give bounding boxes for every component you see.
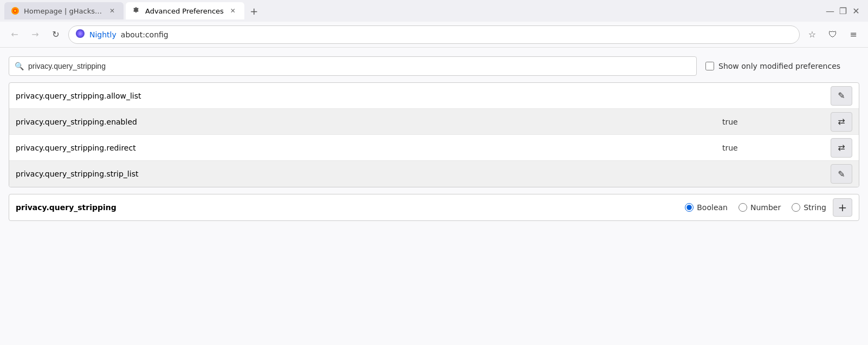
reload-icon: ↻ bbox=[52, 29, 59, 40]
pref-toggle-button-enabled[interactable]: ⇄ bbox=[831, 112, 852, 132]
radio-boolean-label: Boolean bbox=[697, 203, 728, 212]
pref-edit-button-strip-list[interactable]: ✎ bbox=[831, 164, 852, 184]
search-row: 🔍 Show only modified preferences bbox=[9, 56, 859, 76]
pref-value-redirect: true bbox=[722, 144, 831, 152]
bookmark-button[interactable]: ☆ bbox=[804, 27, 820, 43]
back-button[interactable]: ← bbox=[7, 27, 23, 43]
toggle-icon-redirect: ⇄ bbox=[838, 142, 845, 153]
browser-name: Nightly bbox=[89, 30, 116, 39]
pref-value-enabled: true bbox=[722, 118, 831, 126]
tab-homepage-label: Homepage | gHacks Technolog... bbox=[24, 7, 103, 15]
edit-icon-strip: ✎ bbox=[838, 169, 845, 179]
pref-name-redirect: privacy.query_stripping.redirect bbox=[16, 144, 722, 152]
radio-string-input[interactable] bbox=[792, 203, 800, 212]
add-preference-row: privacy.query_stripping Boolean Number S… bbox=[9, 194, 859, 221]
pref-row-redirect[interactable]: privacy.query_stripping.redirect true ⇄ bbox=[9, 135, 859, 161]
back-icon: ← bbox=[11, 29, 18, 40]
radio-number-label: Number bbox=[750, 203, 781, 212]
reload-button[interactable]: ↻ bbox=[48, 27, 64, 43]
forward-icon: → bbox=[31, 29, 38, 40]
edit-icon: ✎ bbox=[838, 90, 845, 101]
shield-icon: 🛡 bbox=[828, 29, 837, 40]
radio-number-input[interactable] bbox=[739, 203, 747, 212]
tab-advanced-prefs-close[interactable]: ✕ bbox=[228, 6, 238, 16]
add-preference-button[interactable]: + bbox=[833, 198, 852, 217]
modified-only-label: Show only modified preferences bbox=[718, 62, 840, 70]
firefox-tab-icon bbox=[11, 6, 20, 15]
search-icon: 🔍 bbox=[15, 62, 24, 70]
tab-homepage[interactable]: Homepage | gHacks Technolog... ✕ bbox=[4, 2, 124, 19]
maximize-button[interactable]: ❐ bbox=[840, 8, 846, 14]
menu-icon: ≡ bbox=[850, 29, 857, 40]
radio-string-label: String bbox=[804, 203, 826, 212]
svg-point-5 bbox=[79, 32, 81, 35]
pref-row-allow-list[interactable]: privacy.query_stripping.allow_list ✎ bbox=[9, 83, 859, 109]
radio-string[interactable]: String bbox=[792, 203, 826, 212]
pref-name-enabled-text: privacy.query_stripping.enabled bbox=[16, 118, 137, 126]
add-pref-name: privacy.query_stripping bbox=[16, 203, 685, 212]
title-bar: Homepage | gHacks Technolog... ✕ Advance… bbox=[0, 0, 868, 22]
pref-name-allow-list: privacy.query_stripping.allow_list bbox=[16, 92, 722, 100]
close-button[interactable]: ✕ bbox=[853, 8, 859, 14]
pref-row-enabled[interactable]: privacy.query_stripping.enabled true ⇄ bbox=[9, 109, 859, 135]
tab-advanced-prefs[interactable]: Advanced Preferences ✕ bbox=[126, 2, 244, 19]
pref-edit-button-allow-list[interactable]: ✎ bbox=[831, 86, 852, 106]
search-input[interactable] bbox=[28, 62, 691, 70]
bookmark-icon: ☆ bbox=[808, 29, 816, 40]
radio-number[interactable]: Number bbox=[739, 203, 781, 212]
radio-boolean[interactable]: Boolean bbox=[685, 203, 728, 212]
preferences-table: privacy.query_stripping.allow_list ✎ pri… bbox=[9, 82, 859, 187]
pref-row-strip-list[interactable]: privacy.query_stripping.strip_list ✎ bbox=[9, 161, 859, 187]
svg-point-2 bbox=[14, 10, 16, 12]
browser-logo bbox=[75, 29, 85, 40]
nav-right-icons: ☆ 🛡 ≡ bbox=[804, 27, 861, 43]
nav-bar: ← → ↻ Nightly about:config ☆ 🛡 ≡ bbox=[0, 22, 868, 48]
menu-button[interactable]: ≡ bbox=[845, 27, 861, 43]
window-controls: — ❐ ✕ bbox=[827, 8, 864, 14]
type-radio-group: Boolean Number String bbox=[685, 203, 826, 212]
pref-name-strip-list: privacy.query_stripping.strip_list bbox=[16, 170, 722, 178]
tab-homepage-close[interactable]: ✕ bbox=[107, 6, 117, 16]
main-content: 🔍 Show only modified preferences privacy… bbox=[0, 48, 868, 230]
gear-tab-icon bbox=[132, 6, 141, 15]
address-text: about:config bbox=[121, 30, 169, 39]
new-tab-button[interactable]: + bbox=[247, 3, 262, 18]
minimize-button[interactable]: — bbox=[827, 8, 833, 14]
pref-name-enabled: privacy.query_stripping.enabled bbox=[16, 118, 722, 126]
radio-boolean-input[interactable] bbox=[685, 203, 694, 212]
address-bar[interactable]: Nightly about:config bbox=[68, 25, 800, 44]
shield-button[interactable]: 🛡 bbox=[825, 27, 841, 43]
modified-filter-row: Show only modified preferences bbox=[705, 62, 840, 70]
pref-toggle-button-redirect[interactable]: ⇄ bbox=[831, 138, 852, 158]
modified-only-checkbox[interactable] bbox=[705, 62, 714, 70]
toggle-icon: ⇄ bbox=[838, 116, 845, 127]
search-box[interactable]: 🔍 bbox=[9, 56, 697, 76]
forward-button[interactable]: → bbox=[27, 27, 43, 43]
tab-advanced-prefs-label: Advanced Preferences bbox=[145, 7, 224, 15]
